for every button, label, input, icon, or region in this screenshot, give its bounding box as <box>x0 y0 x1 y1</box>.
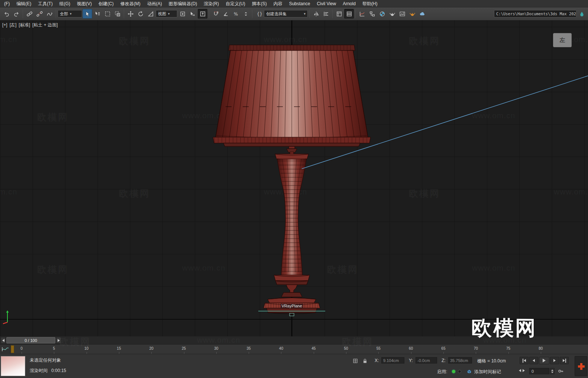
menu-item-5[interactable]: 创建(C) <box>95 0 117 7</box>
viewport[interactable]: www.om.cn欧模网www.om.cn欧模网www.om.cn欧模网www.… <box>0 20 588 336</box>
named-selection-set-dropdown[interactable]: 创建选择集▾ <box>264 10 308 17</box>
frame-step-forward[interactable] <box>523 369 525 372</box>
x-coordinate-field[interactable]: 9.104cm <box>381 357 404 364</box>
render-setup-icon[interactable] <box>387 9 397 19</box>
menu-item-14[interactable]: Civil View <box>313 0 339 7</box>
edit-named-selection-sets-icon[interactable]: {} <box>254 9 264 19</box>
z-coordinate-field[interactable]: 35.758cm <box>448 357 472 364</box>
material-editor-icon[interactable] <box>377 9 387 19</box>
render-production-icon[interactable] <box>407 9 417 19</box>
time-slider[interactable]: 0 / 100 <box>0 336 588 345</box>
toggle-scene-explorer-icon[interactable] <box>334 9 344 19</box>
timeline-tick: 45 <box>311 346 316 350</box>
enable-off-indicator[interactable] <box>458 370 461 373</box>
redo-icon[interactable] <box>12 9 21 19</box>
track-bar[interactable]: 05101520253035404550556065707580 <box>0 345 588 354</box>
menu-bar: (F)编辑(E)工具(T)组(G)视图(V)创建(C)修改器(M)动画(A)图形… <box>0 0 588 7</box>
viewport-menu-shading[interactable]: [粘土 + 边面] <box>32 22 58 28</box>
menu-item-4[interactable]: 视图(V) <box>74 0 95 7</box>
select-object-icon[interactable] <box>83 9 92 19</box>
play-button[interactable] <box>539 357 549 364</box>
mini-curve-editor-icon[interactable] <box>0 345 10 354</box>
reference-coordsys-dropdown[interactable]: 视图▾ <box>156 10 177 17</box>
next-frame-button[interactable] <box>550 357 559 364</box>
key-mode-icon[interactable] <box>558 368 564 376</box>
chevron-down-icon: ▾ <box>304 12 306 16</box>
rectangular-selection-region-icon[interactable] <box>103 9 112 19</box>
menu-item-2[interactable]: 工具(T) <box>35 0 56 7</box>
time-tag-cube-icon[interactable] <box>465 368 473 375</box>
timeline-ruler[interactable]: 05101520253035404550556065707580 <box>10 345 588 354</box>
menu-item-6[interactable]: 修改器(M) <box>117 0 144 7</box>
frame-step-arrows <box>519 369 525 372</box>
workspace-icon[interactable] <box>577 9 587 19</box>
frame-back-arrow[interactable] <box>1 337 6 343</box>
menu-item-10[interactable]: 自定义(U) <box>222 0 249 7</box>
main-toolbar: 全部▾ 视图▾ 3 % {} 创建选择集▾ C:\Users\ <box>0 7 588 20</box>
align-icon[interactable] <box>321 9 331 19</box>
select-and-link-icon[interactable] <box>25 9 34 19</box>
select-and-rotate-icon[interactable] <box>136 9 145 19</box>
menu-item-11[interactable]: 脚本(S) <box>249 0 270 7</box>
goto-start-button[interactable] <box>520 357 529 364</box>
toggle-layer-explorer-icon[interactable] <box>344 9 354 19</box>
absolute-mode-icon[interactable] <box>352 357 359 365</box>
timeline-tick: 75 <box>506 346 510 350</box>
select-and-scale-icon[interactable] <box>146 9 155 19</box>
menu-item-7[interactable]: 动画(A) <box>144 0 165 7</box>
time-slider-handle[interactable]: 0 / 100 <box>6 337 55 343</box>
previous-frame-button[interactable] <box>529 357 538 364</box>
selection-filter-dropdown[interactable]: 全部▾ <box>58 10 82 17</box>
select-by-name-icon[interactable] <box>93 9 102 19</box>
frame-forward-arrow[interactable] <box>56 337 61 343</box>
add-button[interactable] <box>575 356 587 376</box>
menu-item-15[interactable]: Arnold <box>339 0 359 7</box>
y-value: -0.0cm <box>417 358 430 363</box>
menu-item-3[interactable]: 组(G) <box>56 0 74 7</box>
frame-spinner[interactable] <box>550 368 555 374</box>
enable-on-indicator[interactable] <box>452 370 455 373</box>
menu-item-9[interactable]: 渲染(R) <box>200 0 222 7</box>
frame-step-back[interactable] <box>519 369 521 372</box>
window-crossing-icon[interactable] <box>113 9 122 19</box>
mirror-icon[interactable] <box>311 9 321 19</box>
selection-lock-icon[interactable] <box>361 357 369 365</box>
viewcube[interactable]: 左 <box>553 33 572 47</box>
menu-item-13[interactable]: Substance <box>286 0 314 7</box>
object-name-label[interactable]: VRayPlane <box>280 304 303 308</box>
rendered-frame-window-icon[interactable] <box>397 9 407 19</box>
viewport-menu-plus[interactable]: [+] <box>2 22 7 28</box>
current-frame-field[interactable]: 0 <box>529 368 549 374</box>
bind-to-space-warp-icon[interactable] <box>45 9 54 19</box>
angle-snap-icon[interactable] <box>221 9 230 19</box>
menu-item-1[interactable]: 编辑(E) <box>13 0 35 7</box>
add-time-tag-label[interactable]: 添加时间标记 <box>474 369 501 375</box>
use-pivot-point-center-icon[interactable] <box>178 9 187 19</box>
y-coordinate-field[interactable]: -0.0cm <box>416 357 437 364</box>
render-in-cloud-icon[interactable] <box>417 9 427 19</box>
spinner-snap-icon[interactable] <box>241 9 251 19</box>
goto-end-button[interactable] <box>560 357 569 364</box>
select-and-move-icon[interactable] <box>126 9 135 19</box>
schematic-view-icon[interactable] <box>367 9 377 19</box>
curve-editor-icon[interactable] <box>357 9 367 19</box>
percent-snap-icon[interactable]: % <box>231 9 240 19</box>
axis-gizmo-icon <box>1 307 18 326</box>
menu-item-0[interactable]: (F) <box>1 0 13 7</box>
snaps-toggle-3d-icon[interactable]: 3 <box>211 9 220 19</box>
project-folder-dropdown[interactable]: C:\Users\Han\Documents\3ds Max 2022▾ <box>494 10 576 17</box>
menu-item-16[interactable]: 帮助(H) <box>359 0 381 7</box>
menu-item-8[interactable]: 图形编辑器(D) <box>165 0 201 7</box>
viewport-label: [+][左][标准][粘土 + 边面] <box>2 22 60 28</box>
unlink-selection-icon[interactable] <box>35 9 44 19</box>
viewport-menu-view[interactable]: [左] <box>10 22 17 28</box>
select-and-manipulate-icon[interactable] <box>188 9 197 19</box>
keyboard-shortcut-override-icon[interactable] <box>198 9 207 19</box>
grid-size-label: 栅格 = 10.0cm <box>477 358 506 364</box>
menu-item-12[interactable]: 内容 <box>270 0 286 7</box>
undo-icon[interactable] <box>1 9 11 19</box>
viewport-menu-standard[interactable]: [标准] <box>19 22 30 28</box>
project-path-value: C:\Users\Han\Documents\3ds Max 2022 <box>496 12 576 16</box>
svg-text:%: % <box>233 11 238 16</box>
timeline-tick: 80 <box>539 346 543 350</box>
